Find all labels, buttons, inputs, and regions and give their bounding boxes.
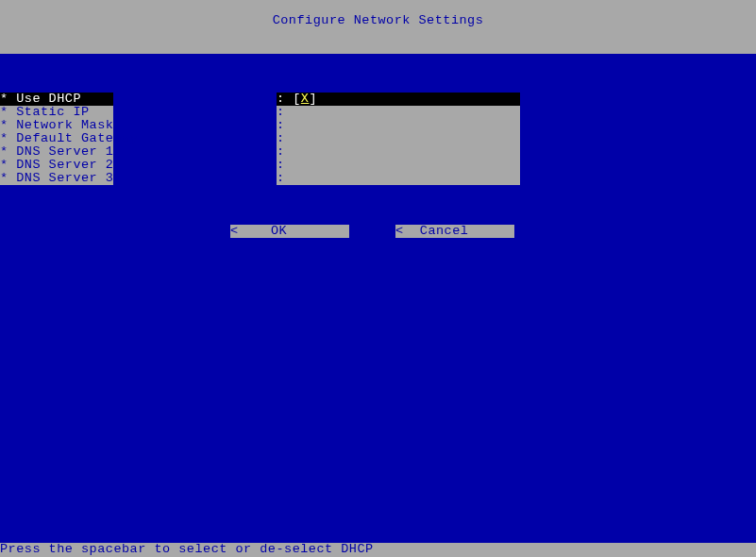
field-labels-panel: * Use DHCP * Static IP * Network Mask * … bbox=[0, 93, 113, 185]
field-value-dns-server-2[interactable]: : bbox=[277, 159, 520, 172]
field-value-network-mask[interactable]: : bbox=[277, 119, 520, 132]
field-value-dns-server-3[interactable]: : bbox=[277, 172, 520, 185]
dialog-header: Configure Network Settings bbox=[0, 0, 756, 54]
field-value-static-ip[interactable]: : bbox=[277, 106, 520, 119]
status-bar: Press the spacebar to select or de-selec… bbox=[0, 543, 756, 557]
status-hint: Press the spacebar to select or de-selec… bbox=[0, 542, 374, 556]
field-label-network-mask[interactable]: * Network Mask bbox=[0, 119, 113, 132]
field-value-dns-server-1[interactable]: : bbox=[277, 145, 520, 159]
field-values-panel: : [X] : : : : : : bbox=[277, 93, 520, 185]
dialog-title: Configure Network Settings bbox=[273, 13, 484, 27]
field-label-dns-server-3[interactable]: * DNS Server 3 bbox=[0, 172, 113, 185]
field-value-default-gateway[interactable]: : bbox=[277, 132, 520, 145]
field-label-dns-server-2[interactable]: * DNS Server 2 bbox=[0, 159, 113, 172]
field-value-use-dhcp[interactable]: : [X] bbox=[277, 93, 520, 106]
field-label-use-dhcp[interactable]: * Use DHCP bbox=[0, 93, 113, 106]
field-label-dns-server-1[interactable]: * DNS Server 1 bbox=[0, 145, 113, 159]
cancel-button[interactable]: < Cancel > bbox=[395, 225, 514, 238]
field-label-default-gateway[interactable]: * Default Gateway bbox=[0, 132, 113, 145]
ok-button[interactable]: < OK > bbox=[230, 225, 349, 238]
dhcp-checkbox-mark: X bbox=[301, 93, 310, 106]
field-label-static-ip[interactable]: * Static IP bbox=[0, 106, 113, 119]
